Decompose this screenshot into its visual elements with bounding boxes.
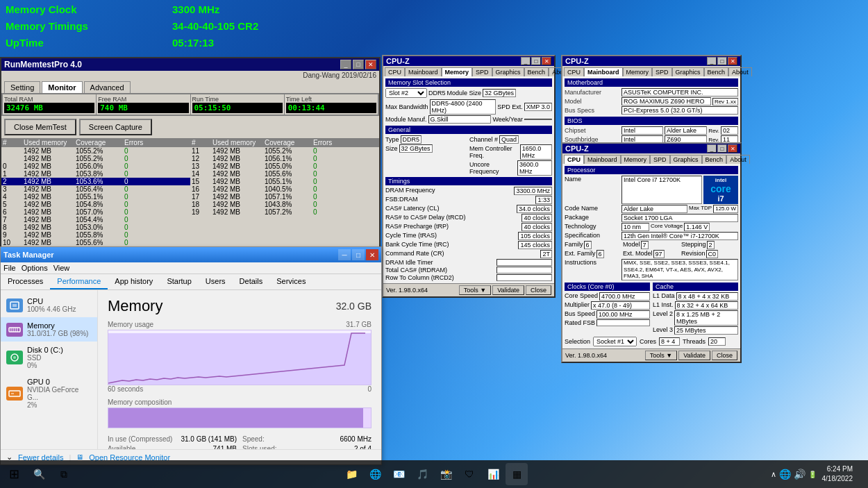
cpuz-mem-tab-mainboard[interactable]: Mainboard — [405, 67, 442, 76]
cpuz-socket-select[interactable]: Socket #1 — [593, 337, 637, 346]
runmemtest-minimize-button[interactable]: _ — [340, 60, 351, 69]
taskman-tab-startup[interactable]: Startup — [160, 274, 198, 289]
cpuz-mem-validate-button[interactable]: Validate — [492, 285, 524, 295]
close-memtest-button[interactable]: Close MemTest — [4, 119, 76, 135]
taskbar-mail-icon[interactable]: 📧 — [387, 463, 410, 485]
cpuz-mem-max-button[interactable]: □ — [531, 57, 541, 65]
taskbar-volume-icon[interactable]: 🔊 — [794, 469, 806, 480]
cpuz-chipset-rev: 02 — [721, 126, 738, 135]
cpuz-mem-tab-spd[interactable]: SPD — [472, 67, 492, 76]
taskbar-chevron-up[interactable]: ∧ — [771, 470, 776, 479]
tab-setting[interactable]: Setting — [4, 81, 40, 93]
taskman-tab-services[interactable]: Services — [269, 274, 312, 289]
screen-capture-button[interactable]: Screen Capture — [79, 119, 152, 135]
taskman-sidebar-memory[interactable]: Memory 31.0/31.7 GB (98%) — [1, 317, 97, 342]
taskman-menu-view[interactable]: View — [53, 264, 70, 272]
cpuz-cpu-version: Ver. 1.98.0.x64 — [565, 352, 607, 359]
taskman-tab-users[interactable]: Users — [199, 274, 233, 289]
runmemtest-close-button[interactable]: ✕ — [365, 60, 376, 69]
cpuz-mem-tools-button[interactable]: Tools ▼ — [459, 285, 491, 295]
taskbar-photos-icon[interactable]: 📸 — [435, 463, 457, 485]
taskbar-battery-icon[interactable]: 🔋 — [808, 471, 817, 478]
taskbar-shield-icon[interactable]: 🛡 — [458, 463, 481, 485]
taskman-min-button[interactable]: ─ — [338, 249, 351, 260]
cpuz-cpu-validate-button[interactable]: Validate — [678, 351, 710, 360]
cpuz-mb-tab-cpu[interactable]: CPU — [564, 67, 584, 76]
cpuz-cpu-tab-bench[interactable]: Bench — [702, 155, 727, 164]
cpuz-week-year — [524, 119, 552, 120]
taskview-button[interactable]: ⧉ — [53, 463, 75, 485]
right-table-row: 171492 MB1057.1%0 — [190, 193, 379, 201]
cpuz-cpu-close-button[interactable]: ✕ — [728, 144, 737, 153]
svg-rect-2 — [9, 328, 20, 332]
cpuz-cpu-tab-about[interactable]: About — [726, 155, 750, 164]
cpuz-cpu-tab-graphics[interactable]: Graphics — [670, 155, 702, 164]
taskman-sidebar-gpu[interactable]: GPU 0 NVIDIA GeForce G... 2% — [1, 373, 97, 413]
taskmanager-main-panel: Memory 32.0 GB Memory usage 31.7 GB — [98, 290, 381, 449]
taskbar-music-icon[interactable]: 🎵 — [411, 463, 433, 485]
tab-advanced[interactable]: Advanced — [84, 81, 131, 93]
cpuz-memory-footer: Ver. 1.98.0.x64 Tools ▼ Validate Close — [383, 283, 554, 296]
taskman-menu-file[interactable]: File — [3, 264, 16, 272]
cpuz-mb-tab-graphics[interactable]: Graphics — [672, 67, 704, 76]
cpuz-cpu-tab-memory[interactable]: Memory — [621, 155, 651, 164]
cpuz-mem-ctrl-freq: 1650.0 MHz — [520, 144, 552, 160]
cpuz-mem-close-btn[interactable]: Close — [526, 285, 551, 295]
cpuz-cpu-tools-button[interactable]: Tools ▼ — [645, 351, 677, 360]
cpuz-cpu-tab-spd[interactable]: SPD — [650, 155, 670, 164]
right-table-row: 121492 MB1056.1%0 — [190, 155, 379, 162]
cpuz-cpu-tab-mainboard[interactable]: Mainboard — [584, 155, 621, 164]
speed-row: Speed: 6600 MHz — [242, 435, 372, 443]
taskbar-extra-icon[interactable]: ▦ — [506, 463, 528, 485]
cpuz-mem-tab-cpu[interactable]: CPU — [385, 67, 405, 76]
cpuz-mb-tab-spd[interactable]: SPD — [652, 67, 672, 76]
cpuz-mb-min-button[interactable]: _ — [707, 57, 717, 65]
cpuz-cpu-tabs: CPU Mainboard Memory SPD Graphics Bench … — [562, 153, 740, 164]
taskman-disk-label: Disk 0 (C:) — [27, 346, 63, 354]
taskbar-network-icon[interactable]: 🌐 — [779, 469, 791, 480]
taskman-tab-apphistory[interactable]: App history — [108, 274, 160, 289]
cpuz-mb-tab-bench[interactable]: Bench — [704, 67, 729, 76]
cpuz-mb-max-button[interactable]: □ — [717, 57, 727, 65]
taskman-memory-detail: 31.0/31.7 GB (98%) — [27, 330, 88, 337]
notification-area[interactable] — [858, 463, 862, 485]
cpuz-ras-precharge: 40 clocks — [521, 223, 552, 231]
taskman-menu-options[interactable]: Options — [22, 264, 48, 272]
taskman-sidebar-cpu[interactable]: CPU 100% 4.46 GHz — [1, 293, 97, 317]
cpuz-mem-tab-memory[interactable]: Memory — [442, 67, 473, 76]
cpuz-mb-tab-about[interactable]: About — [728, 67, 752, 76]
cpuz-cpu-min-button[interactable]: _ — [707, 144, 717, 153]
cpuz-cpu-tab-cpu[interactable]: CPU — [564, 155, 584, 164]
cpuz-mem-tab-graphics[interactable]: Graphics — [492, 67, 524, 76]
cpuz-mb-tab-memory[interactable]: Memory — [623, 67, 653, 76]
cpuz-cpu-max-button[interactable]: □ — [717, 144, 727, 153]
taskbar-edge-icon[interactable]: 🌐 — [364, 463, 386, 485]
taskman-tab-performance[interactable]: Performance — [50, 274, 108, 289]
taskman-tab-details[interactable]: Details — [233, 274, 270, 289]
cpuz-cpu-close-btn[interactable]: Close — [712, 351, 737, 360]
cpuz-bank-cycle: 145 clocks — [518, 241, 552, 249]
memory-time-axis: 60 seconds 0 — [108, 385, 372, 393]
taskmanager-sidebar: CPU 100% 4.46 GHz Memory 31.0/31.7 GB (9… — [1, 290, 98, 449]
start-button[interactable]: ⊞ — [3, 463, 25, 485]
cpuz-mb-close-button[interactable]: ✕ — [728, 57, 737, 65]
taskbar-explorer-icon[interactable]: 📁 — [340, 463, 362, 485]
cpuz-mb-tab-mainboard[interactable]: Mainboard — [584, 67, 623, 76]
cpuz-slot-row: Slot #2Slot #1 DDR5 Module Size 32 GByte… — [385, 88, 552, 98]
search-button[interactable]: 🔍 — [28, 463, 50, 485]
cpuz-chipset-alder: Alder Lake — [665, 126, 707, 135]
runmemtest-maximize-button[interactable]: □ — [353, 60, 364, 69]
cpuz-slot-select[interactable]: Slot #2Slot #1 — [385, 88, 427, 98]
taskman-max-button[interactable]: □ — [352, 249, 365, 260]
tab-monitor[interactable]: Monitor — [42, 81, 82, 93]
taskmanager-title: Task Manager — [3, 251, 338, 259]
cpuz-mem-close-button[interactable]: ✕ — [542, 57, 551, 65]
left-table-row: 91492 MB1055.8%0 — [1, 231, 190, 239]
taskbar-stats-icon[interactable]: 📊 — [482, 463, 504, 485]
cpuz-mem-tab-bench[interactable]: Bench — [524, 67, 549, 76]
taskman-sidebar-disk[interactable]: Disk 0 (C:) SSD 0% — [1, 342, 97, 373]
taskbar-clock[interactable]: 6:24 PM 4/18/2022 — [819, 464, 856, 484]
taskman-close-button[interactable]: ✕ — [366, 249, 378, 260]
cpuz-mem-min-button[interactable]: _ — [521, 57, 531, 65]
taskman-tab-processes[interactable]: Processes — [1, 274, 50, 289]
